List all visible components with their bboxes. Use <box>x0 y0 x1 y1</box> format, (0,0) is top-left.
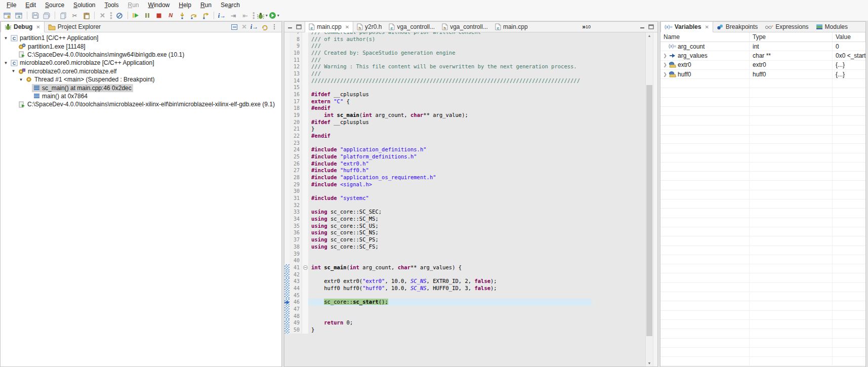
code-line[interactable]: 13/// <box>284 70 657 77</box>
gutter-annotation[interactable] <box>284 195 290 202</box>
run-dropdown-button[interactable]: ▾ <box>269 11 279 21</box>
gutter-annotation[interactable] <box>284 181 290 188</box>
skip-all-breakpoints-button[interactable] <box>114 11 125 21</box>
scrollbar-thumb[interactable] <box>646 85 652 336</box>
tree-expander-icon[interactable]: ▼ <box>10 69 17 73</box>
variables-view-tab-2[interactable]: xExpressions <box>761 22 812 32</box>
editor-tab-0[interactable]: cmain.cpp✕ <box>305 22 353 32</box>
gutter-annotation[interactable] <box>284 112 290 119</box>
gutter-annotation[interactable] <box>284 251 290 258</box>
code-line[interactable]: 34using sc_core::SC_MS; <box>284 216 657 223</box>
overview-ruler[interactable] <box>653 32 657 366</box>
gutter-annotation[interactable] <box>284 202 290 209</box>
fold-gutter[interactable] <box>302 257 308 264</box>
code-line[interactable]: 42 <box>284 271 657 278</box>
remove-all-terminated-button[interactable]: ✕ <box>240 23 249 31</box>
fold-gutter[interactable] <box>302 251 308 258</box>
restart-button[interactable]: ⇤ <box>240 11 251 21</box>
code-line[interactable]: 43 extr0 extr0("extr0", 10.0, SC_NS, EXT… <box>284 278 657 285</box>
debug-tree-row[interactable]: C:\SpaceDev-4.0.0\toolchains\microblazee… <box>1 100 281 108</box>
gutter-annotation[interactable] <box>284 285 290 292</box>
gutter-annotation[interactable] <box>284 167 290 174</box>
tree-expander-icon[interactable]: ▼ <box>18 77 24 82</box>
code-line[interactable]: 7/// commercial purposes without prior w… <box>284 32 657 36</box>
menu-tools-4[interactable]: Tools <box>100 1 123 10</box>
gutter-annotation[interactable] <box>284 160 290 168</box>
view-menu-button[interactable] <box>270 23 279 31</box>
menu-edit-1[interactable]: Edit <box>21 1 40 10</box>
variable-row[interactable]: ❯huff0huff0{...} <box>660 70 865 79</box>
gutter-annotation[interactable] <box>284 43 290 50</box>
code-line[interactable]: 32 <box>284 202 657 209</box>
gutter-annotation[interactable] <box>284 146 290 153</box>
variable-expander-icon[interactable]: ❯ <box>662 62 668 67</box>
menu-help-7[interactable]: Help <box>174 1 196 10</box>
code-line[interactable]: 16#ifdef __cplusplus <box>284 91 657 98</box>
instruction-stepping-mode-button[interactable]: i→ <box>250 23 259 31</box>
fold-gutter[interactable] <box>302 91 308 98</box>
fold-gutter[interactable] <box>302 174 308 181</box>
gutter-annotation[interactable] <box>284 306 290 313</box>
fold-gutter[interactable] <box>302 188 308 195</box>
code-line[interactable]: 30 <box>284 188 657 195</box>
gutter-annotation[interactable] <box>284 32 290 36</box>
fold-gutter[interactable] <box>302 140 308 147</box>
scroll-up-icon[interactable]: ▲ <box>646 32 653 39</box>
refresh-connections-button[interactable] <box>2 11 13 21</box>
gutter-annotation[interactable] <box>284 133 290 140</box>
debug-view-tab-0[interactable]: Debug✕ <box>1 22 45 32</box>
code-line[interactable]: 41int sc_main(int arg_count, char** arg_… <box>284 264 657 271</box>
debug-tree-row[interactable]: ▼Cpartition1 [C/C++ Application] <box>1 34 281 42</box>
debug-view-tab-1[interactable]: Project Explorer <box>45 22 104 32</box>
menu-window-6[interactable]: Window <box>144 1 175 10</box>
fold-gutter[interactable] <box>302 63 308 70</box>
open-connection-button[interactable] <box>14 11 24 21</box>
debug-tree-row[interactable]: main() at 0x7864 <box>1 92 281 100</box>
gutter-annotation[interactable] <box>284 105 290 112</box>
disconnect-button[interactable]: N <box>166 11 176 21</box>
code-line[interactable]: 38using sc_core::SC_FS; <box>284 243 657 251</box>
tree-expander-icon[interactable]: ▼ <box>3 61 9 65</box>
debug-launch-tree[interactable]: ▼Cpartition1 [C/C++ Application]partitio… <box>1 32 281 366</box>
restart-process-button[interactable] <box>260 23 269 31</box>
menu-run-8[interactable]: Run <box>196 1 216 10</box>
delete-button[interactable]: ✕ <box>97 11 108 21</box>
save-all-button[interactable] <box>42 11 52 21</box>
suspend-button[interactable] <box>142 11 153 21</box>
code-line[interactable]: 49 return 0; <box>284 319 657 327</box>
code-line[interactable]: 10/// Created by: SpaceStudio generation… <box>284 50 657 57</box>
debug-dropdown-button[interactable]: ▾ <box>257 11 268 21</box>
instruction-stepping-button[interactable]: i→ <box>217 11 227 21</box>
gutter-annotation[interactable] <box>284 257 290 264</box>
code-line[interactable]: 17extern "C" { <box>284 98 657 105</box>
fold-gutter[interactable] <box>302 43 308 50</box>
debug-tree-row[interactable]: ▼Cmicroblaze0.core0.microblaze [C/C++ Ap… <box>1 59 281 67</box>
code-line[interactable]: 40 <box>284 257 657 264</box>
fold-gutter[interactable] <box>302 160 308 168</box>
variables-view-tab-1[interactable]: Breakpoints <box>713 22 761 32</box>
fold-gutter[interactable] <box>302 153 308 160</box>
fold-gutter[interactable] <box>302 271 308 278</box>
terminate-button[interactable] <box>154 11 164 21</box>
variable-row[interactable]: (x)=arg_countint0 <box>660 42 865 51</box>
fold-gutter[interactable] <box>302 77 308 85</box>
cut-button[interactable]: ✂ <box>69 11 80 21</box>
editor-vertical-scrollbar[interactable]: ▲ ▼ <box>645 32 653 366</box>
save-button[interactable] <box>30 11 40 21</box>
fold-gutter[interactable] <box>302 313 308 320</box>
code-editor[interactable]: 7/// commercial purposes without prior w… <box>284 32 657 366</box>
column-header-value[interactable]: Value <box>833 32 865 42</box>
gutter-annotation[interactable] <box>284 313 290 320</box>
code-line[interactable]: 31#include "systemc" <box>284 195 657 202</box>
code-line[interactable]: 36using sc_core::SC_NS; <box>284 229 657 236</box>
gutter-annotation[interactable] <box>284 119 290 126</box>
menu-solution-3[interactable]: Solution <box>69 1 100 10</box>
variable-row[interactable]: ❯extr0extr0{...} <box>660 61 865 70</box>
code-line[interactable]: 48 <box>284 313 657 320</box>
gutter-annotation[interactable] <box>284 216 290 223</box>
code-line[interactable]: 14//////////////////////////////////////… <box>284 77 657 85</box>
gutter-annotation[interactable] <box>284 299 290 306</box>
fold-gutter[interactable] <box>302 57 308 64</box>
column-header-type[interactable]: Type <box>750 32 833 42</box>
code-line[interactable]: 25#include "platform_definitions.h" <box>284 153 657 160</box>
